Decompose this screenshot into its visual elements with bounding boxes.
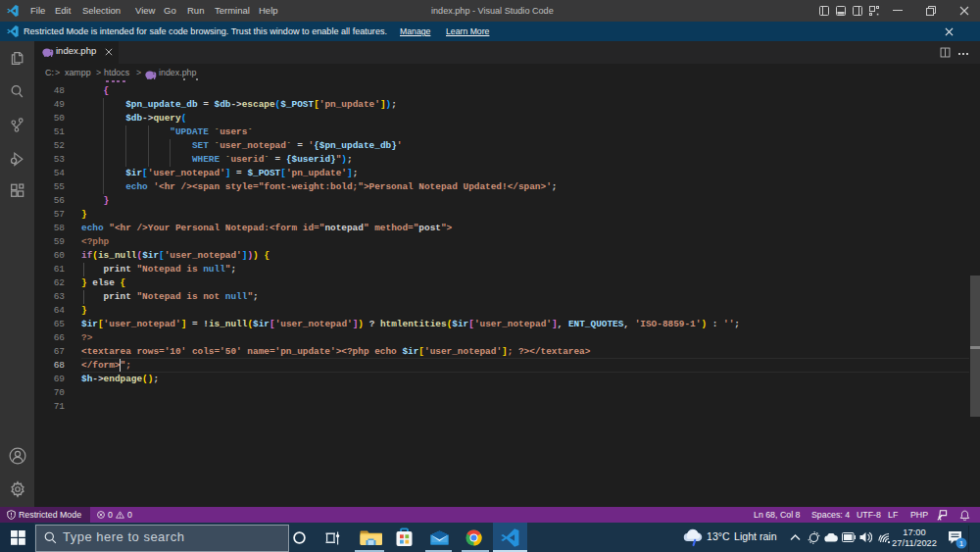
svg-text:1: 1 bbox=[959, 539, 964, 548]
